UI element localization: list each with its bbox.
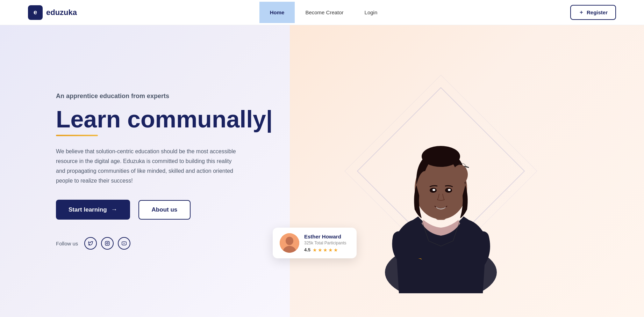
- register-button[interactable]: ＋ Register: [570, 5, 616, 20]
- info-participants: 325k Total Participants: [304, 241, 346, 245]
- start-learning-button[interactable]: Start learning →: [56, 200, 130, 220]
- social-icons: [84, 237, 130, 250]
- navbar: e eduzuka Home Become Creator Login ＋ Re…: [0, 0, 644, 25]
- hero-title: Learn communally|: [56, 106, 273, 132]
- hero-buttons: Start learning → About us: [56, 200, 273, 220]
- svg-point-15: [452, 165, 468, 184]
- nav-home[interactable]: Home: [259, 2, 295, 23]
- nav-links: Home Become Creator Login: [259, 2, 388, 23]
- info-card-text: Esther Howard 325k Total Participants 4.…: [304, 234, 346, 253]
- follow-area: Follow us: [56, 237, 273, 250]
- svg-point-8: [422, 146, 460, 167]
- start-learning-label: Start learning: [69, 206, 107, 213]
- instagram-icon[interactable]: [101, 237, 114, 250]
- about-us-button[interactable]: About us: [138, 200, 191, 220]
- star-5: ★: [334, 247, 338, 253]
- logo-area[interactable]: e eduzuka: [28, 5, 77, 20]
- nav-login[interactable]: Login: [354, 2, 388, 23]
- logo-text: eduzuka: [46, 8, 77, 17]
- hero-description: We believe that solution-centric educati…: [56, 147, 238, 186]
- twitter-icon[interactable]: [84, 237, 97, 250]
- stars: ★ ★ ★ ★ ★: [313, 247, 338, 253]
- svg-point-1: [107, 243, 108, 244]
- register-icon: ＋: [579, 9, 584, 16]
- svg-point-12: [448, 189, 451, 191]
- info-rating: 4.5 ★ ★ ★ ★ ★: [304, 247, 346, 253]
- star-2: ★: [318, 247, 322, 253]
- svg-point-17: [286, 237, 293, 245]
- star-4: ★: [328, 247, 333, 253]
- nav-become-creator[interactable]: Become Creator: [295, 2, 354, 23]
- info-card: Esther Howard 325k Total Participants 4.…: [273, 228, 357, 258]
- arrow-icon: →: [111, 206, 117, 213]
- info-name: Esther Howard: [304, 234, 346, 239]
- logo-icon: e: [28, 5, 43, 20]
- register-label: Register: [587, 9, 608, 15]
- hero-section: An apprentice education from experts Lea…: [0, 25, 644, 317]
- svg-point-2: [108, 242, 109, 243]
- svg-marker-3: [124, 243, 125, 244]
- hero-subtitle: An apprentice education from experts: [56, 93, 273, 100]
- youtube-icon[interactable]: [118, 237, 130, 250]
- hero-text: An apprentice education from experts Lea…: [56, 93, 273, 250]
- nav-right: ＋ Register: [570, 5, 616, 20]
- svg-point-11: [432, 189, 435, 191]
- info-avatar: [280, 233, 299, 253]
- follow-label: Follow us: [56, 241, 78, 246]
- about-us-label: About us: [152, 206, 178, 213]
- hero-image-area: Esther Howard 325k Total Participants 4.…: [294, 49, 588, 293]
- hero-title-underline: [56, 135, 98, 136]
- star-1: ★: [313, 247, 317, 253]
- logo-letter: e: [34, 9, 37, 16]
- info-rating-number: 4.5: [304, 247, 310, 252]
- hero-content: An apprentice education from experts Lea…: [0, 25, 644, 317]
- hero-person: [367, 56, 514, 293]
- star-3: ★: [323, 247, 328, 253]
- svg-rect-0: [106, 242, 110, 246]
